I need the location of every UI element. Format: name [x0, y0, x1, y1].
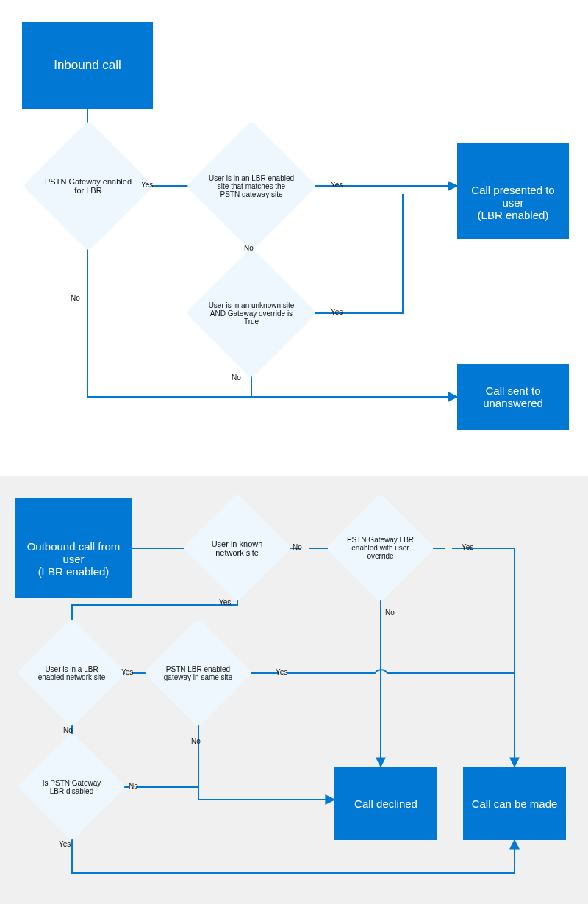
out-call-made: Call can be made [463, 767, 566, 840]
decision-gateway-same-site-label: PSTN LBR enabled gateway in same site [159, 662, 237, 684]
decision-unknown-site-label: User is in an unknown site AND Gateway o… [205, 298, 298, 329]
lbl2-no-4: No [191, 737, 201, 745]
out-call-unanswered-label: Call sent to unanswered [463, 384, 563, 409]
decision-unknown-site: User is in an unknown site AND Gateway o… [205, 267, 298, 359]
decision-pstn-lbr: PSTN Gateway enabled for LBR [42, 140, 135, 232]
decision-gateway-disabled-label: Is PSTN Gateway LBR disabled [33, 776, 110, 798]
lbl-no-3: No [232, 373, 241, 381]
lbl2-no-2: No [385, 609, 395, 617]
decision-override-label: PSTN Gateway LBR enabled with user overr… [342, 533, 419, 563]
inbound-start-label: Inbound call [54, 58, 121, 73]
out-call-declined-label: Call declined [354, 797, 417, 810]
decision-override: PSTN Gateway LBR enabled with user overr… [342, 509, 419, 586]
decision-user-lbr-site2: User is in a LBR enabled network site [33, 634, 110, 711]
inbound-diagram: Inbound call PSTN Gateway enabled for LB… [0, 0, 588, 476]
lbl2-no-3: No [63, 726, 73, 734]
user-icon [64, 518, 83, 537]
lbl-no-2: No [244, 244, 254, 252]
decision-known-site-label: User in known network site [198, 537, 276, 560]
lbl2-yes-3: Yes [121, 668, 133, 676]
decision-gateway-same-site: PSTN LBR enabled gateway in same site [159, 634, 237, 711]
lbl-yes-1: Yes [141, 181, 153, 189]
lbl2-yes-4: Yes [276, 668, 287, 676]
lbl2-yes-1: Yes [219, 598, 231, 606]
inbound-start: Inbound call [22, 22, 153, 109]
outbound-start: Outbound call from user (LBR enabled) [15, 498, 132, 598]
user-icon [503, 162, 523, 181]
lbl2-no-1: No [293, 543, 302, 551]
decision-user-lbr-site: User is in an LBR enabled site that matc… [205, 140, 298, 232]
decision-user-lbr-site2-label: User is in a LBR enabled network site [33, 662, 110, 684]
lbl-yes-3: Yes [331, 308, 343, 316]
outbound-start-label: Outbound call from user (LBR enabled) [27, 540, 121, 578]
decision-pstn-lbr-label: PSTN Gateway enabled for LBR [42, 174, 135, 198]
outbound-diagram: Outbound call from user (LBR enabled) Us… [0, 476, 588, 904]
lbl-no-1: No [71, 294, 80, 302]
lbl2-yes-2: Yes [462, 543, 473, 551]
lbl2-no-5: No [129, 782, 138, 790]
out-call-declined: Call declined [334, 767, 437, 840]
out-call-made-label: Call can be made [472, 797, 558, 810]
decision-user-lbr-site-label: User is in an LBR enabled site that matc… [205, 171, 298, 201]
out-call-unanswered: Call sent to unanswered [457, 364, 569, 430]
decision-gateway-disabled: Is PSTN Gateway LBR disabled [33, 748, 110, 825]
out-call-presented: Call presented to user (LBR enabled) [457, 143, 569, 239]
lbl-yes-2: Yes [331, 181, 343, 189]
lbl2-yes-5: Yes [59, 840, 71, 848]
decision-known-site: User in known network site [198, 509, 276, 586]
out-call-presented-label: Call presented to user (LBR enabled) [471, 184, 554, 221]
